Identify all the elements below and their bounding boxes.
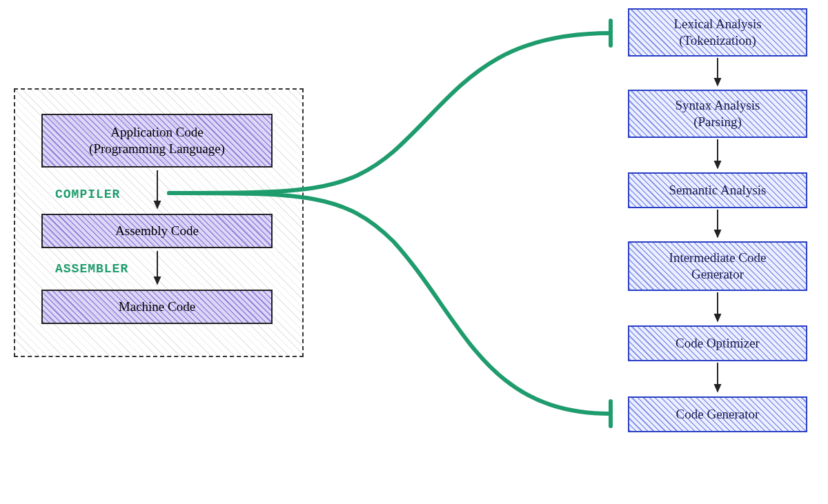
label-assembly-code: Assembly Code [115, 223, 199, 239]
box-syntax-analysis: Syntax Analysis (Parsing) [628, 90, 807, 138]
box-machine-code: Machine Code [41, 290, 273, 324]
label-semantic: Semantic Analysis [669, 182, 767, 199]
label-lexical: Lexical Analysis (Tokenization) [673, 16, 761, 49]
box-code-generator: Code Generator [628, 396, 807, 432]
label-optimizer: Code Optimizer [676, 335, 760, 352]
box-semantic-analysis: Semantic Analysis [628, 172, 807, 208]
label-syntax: Syntax Analysis (Parsing) [676, 97, 760, 130]
label-intermediate: Intermediate Code Generator [669, 250, 767, 283]
box-code-optimizer: Code Optimizer [628, 325, 807, 361]
label-generator: Code Generator [676, 406, 760, 423]
diagram-canvas: Application Code (Programming Language) … [0, 0, 828, 504]
label-application-code: Application Code (Programming Language) [89, 124, 225, 157]
label-machine-code: Machine Code [119, 299, 195, 315]
box-assembly-code: Assembly Code [41, 214, 273, 248]
box-application-code: Application Code (Programming Language) [41, 114, 273, 168]
box-lexical-analysis: Lexical Analysis (Tokenization) [628, 8, 807, 57]
label-compiler: COMPILER [55, 188, 120, 201]
box-intermediate-generator: Intermediate Code Generator [628, 241, 807, 291]
label-assembler: ASSEMBLER [55, 262, 128, 276]
